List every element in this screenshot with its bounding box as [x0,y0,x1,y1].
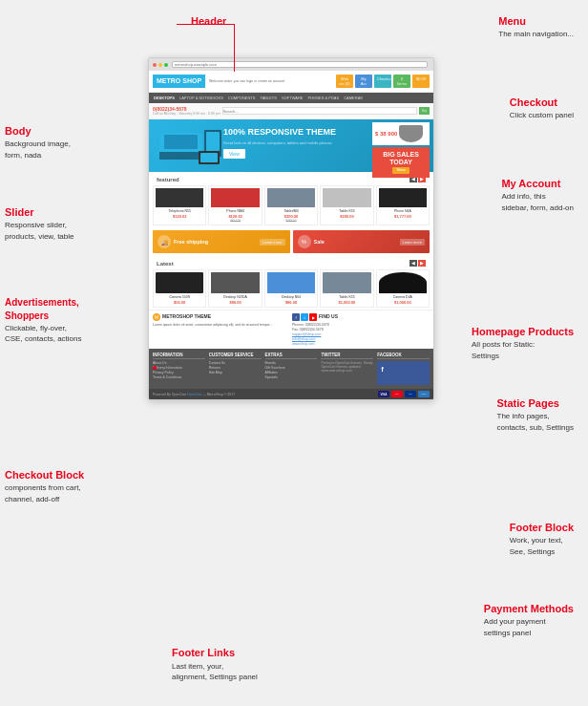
product-image-4 [379,188,427,207]
product-price-3: $200.00 [323,214,370,219]
cat-components[interactable]: COMPONENTS [226,95,258,101]
side-banner: $ 38 900 BIG SALES TODAY View [372,122,430,178]
laptop-device [159,133,202,160]
footer-links-annotation: Footer Links Last item, your,alignment, … [172,646,258,682]
latest-card-1[interactable]: Desktop N250A $96.00 [208,269,262,308]
youtube-icon[interactable]: ▶ [309,313,317,321]
latest-image-2 [267,272,315,293]
latest-card-0[interactable]: Camera 550S $56.00 [153,269,206,308]
nav-account[interactable]: My Acc [355,75,372,88]
visa-icon: VISA [378,391,389,397]
product-card-3[interactable]: Tablet K55 $200.00 [320,185,373,225]
address-bar[interactable]: metroshop.example.com [172,61,428,68]
store-header: METRO SHOP Welcome visitor you can login… [149,71,433,93]
footer-extras-title: EXTRAS [265,353,318,359]
footer-customer-service-title: CUSTOMER SERVICE [209,353,262,359]
free-shipping-banner: 🚚 Free shipping Learn more [153,230,290,253]
latest-card-3[interactable]: Tablet K55 $1,000.00 [320,269,373,308]
featured-products: Telephone N55 $120.63 Phone NM4 $120.63 … [149,183,433,227]
latest-header: Latest ◀ ▶ [149,256,433,267]
product-name-0: Telephone N55 [156,209,203,213]
hero-slider-container: 100% RESPONSIVE THEME Great look on all … [149,119,433,172]
maximize-dot[interactable] [164,63,168,67]
browser-chrome: metroshop.example.com [149,58,433,71]
amex-icon: AMX [418,391,430,397]
sale-learn-btn[interactable]: Learn more [400,239,425,246]
shipping-icon: 🚚 [158,235,171,248]
footer-information-title: INFORMATION [153,353,205,359]
search-button[interactable]: Go [419,107,430,115]
twitter-icon[interactable]: t [301,313,308,321]
product-price-0: $120.63 [156,214,203,219]
footer-link-about[interactable]: About Us [153,361,205,365]
cat-tablets[interactable]: TABLETS [258,95,279,101]
payment-methods-annotation: Payment Methods Add your paymentsettings… [484,602,574,638]
big-sale-btn[interactable]: View [392,167,409,173]
latest-price-4: $1,000.00 [379,300,427,305]
footer-link-privacy[interactable]: Privacy Policy [153,371,205,374]
latest-card-2[interactable]: Desktop N64 $96.00 [264,269,318,308]
sale-label: Sale [314,239,325,245]
minimize-dot[interactable] [158,63,162,67]
footer-link-brands[interactable]: Brands [265,361,318,365]
footer-link-contact[interactable]: Contact Us [209,361,262,365]
latest-name-2: Desktop N64 [267,295,315,299]
nav-checkout[interactable]: Checkout [374,75,391,88]
latest-prev[interactable]: ◀ [410,260,417,267]
product-image-2 [267,188,315,207]
product-card-2[interactable]: Tablet/M4 $300.00 $462.50 [264,185,318,225]
price-box: $ 38 900 [372,122,430,145]
product-name-3: Tablet K55 [323,209,370,213]
metroshop-text: Lorem ipsum dolor sit amet, consectetur … [153,323,290,328]
latest-card-4[interactable]: Camera D4A $1,000.00 [376,269,430,308]
footer-twitter: TWITTER Premium OpenCart themes. Newly O… [321,353,373,385]
cat-cameras[interactable]: CAMERAS [342,95,365,101]
cat-software[interactable]: SOFTWARE [280,95,305,101]
nav-total[interactable]: $0.00 [412,75,430,88]
hero-view-button[interactable]: View [223,149,245,159]
footer-link-sitemap[interactable]: Site Map [209,371,262,374]
product-image-1 [211,188,259,207]
opencart-link[interactable]: OpenCart [187,393,201,396]
cat-desktops[interactable]: DESKTOPS [152,95,177,101]
featured-label: featured [153,174,183,183]
product-card-4[interactable]: Phone N4A $1,777.00 [376,185,430,225]
sale-icon: % [298,235,311,248]
product-image-0 [156,188,203,207]
homepage-products-annotation: Homepage Products All posts for Static:S… [472,325,574,361]
nav-webcart[interactable]: Web cat (0) [336,75,353,88]
cat-laptops[interactable]: LAPTOP & NOTEBOOKS [178,95,225,101]
latest-name-1: Desktop N250A [211,295,259,299]
footer-link-terms[interactable]: Terms & Conditions [153,375,205,379]
browser-window: metroshop.example.com METRO SHOP Welcome… [148,57,434,400]
search-input[interactable] [222,107,417,115]
nav-items[interactable]: 0 Items [393,75,410,88]
product-card-0[interactable]: Telephone N55 $120.63 [153,185,206,225]
footer-link-returns[interactable]: Returns [209,366,262,370]
checkout-block-annotation: Checkout Block components from cart,chan… [5,468,84,504]
my-account-annotation: My Account Add info, thissidebar, form, … [501,177,574,213]
find-us-site[interactable]: www.shop.com [292,342,430,347]
latest-image-1 [211,272,259,293]
sale-banner: % Sale Learn more [293,230,430,253]
footer-link-affiliates[interactable]: Affiliates [265,371,318,374]
free-shipping-learn-btn[interactable]: Learn more [260,239,284,246]
latest-next[interactable]: ▶ [418,260,426,267]
product-card-1[interactable]: Phone NM4 $120.63 $452.50 [208,185,262,225]
phone-device [199,151,220,164]
footer-link-vouchers[interactable]: Gift Vouchers [265,366,318,370]
big-sale-banner: BIG SALES TODAY View [372,147,430,178]
facebook-widget: f [377,361,430,385]
body-annotation: Body Background image,form, nada [5,124,71,160]
header-vline [234,24,235,72]
product-name-1: Phone NM4 [211,209,259,213]
footer-link-specials[interactable]: Specials [265,375,318,379]
footer-link-delivery[interactable]: Delivery Information [153,366,205,370]
close-dot[interactable] [153,63,157,67]
facebook-icon[interactable]: f [292,313,300,321]
product-name-2: Tablet/M4 [267,209,315,213]
menu-annotation: Menu The main navigation... [498,14,574,40]
devices-group [159,128,221,164]
search-bar: 0(8022)34-5678 Call us Monday - Saturday… [149,103,433,119]
cat-phones[interactable]: PHONES & PDAS [306,95,342,101]
